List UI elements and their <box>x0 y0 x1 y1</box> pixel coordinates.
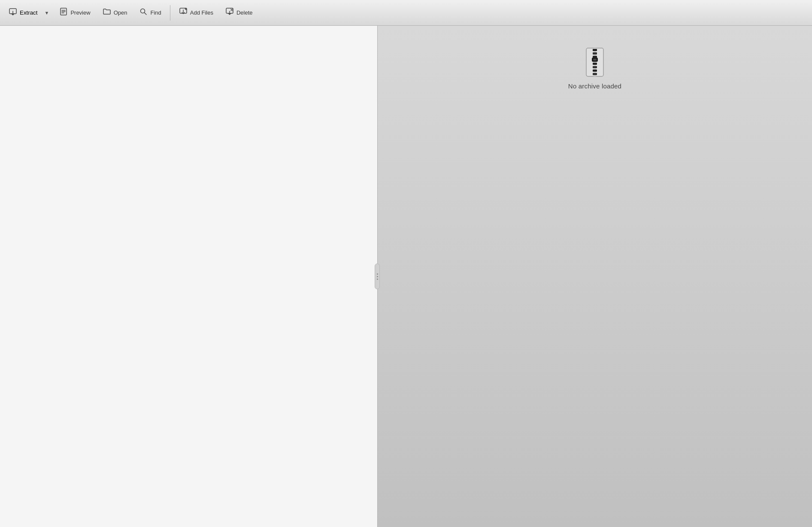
extract-button[interactable]: Extract <box>5 5 41 20</box>
open-button[interactable]: Open <box>97 5 133 21</box>
splitter-dot-3 <box>377 279 378 280</box>
find-button[interactable]: Find <box>134 5 166 21</box>
svg-rect-16 <box>593 59 597 61</box>
preview-label: Preview <box>70 9 90 16</box>
find-label: Find <box>150 9 161 16</box>
zip-file-icon <box>585 47 605 77</box>
svg-rect-11 <box>593 63 597 65</box>
panel-splitter[interactable] <box>375 264 380 289</box>
splitter-dots <box>377 273 378 280</box>
no-archive-label: No archive loaded <box>568 82 621 90</box>
toolbar: Extract ▼ Preview Open <box>0 0 812 26</box>
archive-panel: No archive loaded <box>378 26 812 527</box>
delete-label: Delete <box>236 9 253 16</box>
svg-rect-12 <box>593 66 597 68</box>
preview-icon <box>59 7 68 18</box>
add-files-icon <box>179 7 188 18</box>
svg-rect-8 <box>593 52 597 55</box>
extract-group: Extract ▼ <box>5 5 52 20</box>
splitter-dot-2 <box>377 276 378 277</box>
preview-button[interactable]: Preview <box>54 5 95 21</box>
delete-button[interactable]: Delete <box>220 5 258 21</box>
file-panel <box>0 26 378 527</box>
extract-dropdown-arrow-icon: ▼ <box>44 10 49 15</box>
find-icon <box>139 7 148 18</box>
add-files-label: Add Files <box>190 9 213 16</box>
open-icon <box>103 7 111 18</box>
svg-rect-6 <box>594 48 596 76</box>
main-content: No archive loaded <box>0 26 812 527</box>
extract-label: Extract <box>20 9 37 16</box>
extract-icon <box>9 8 17 18</box>
svg-rect-14 <box>593 73 597 75</box>
toolbar-separator <box>170 5 170 21</box>
delete-icon <box>225 7 234 18</box>
archive-status-container: No archive loaded <box>568 47 621 90</box>
add-files-button[interactable]: Add Files <box>174 5 218 21</box>
open-label: Open <box>114 9 127 16</box>
svg-rect-7 <box>593 49 597 51</box>
splitter-dot-1 <box>377 273 378 275</box>
extract-dropdown-button[interactable]: ▼ <box>41 8 52 18</box>
svg-rect-13 <box>593 70 597 72</box>
